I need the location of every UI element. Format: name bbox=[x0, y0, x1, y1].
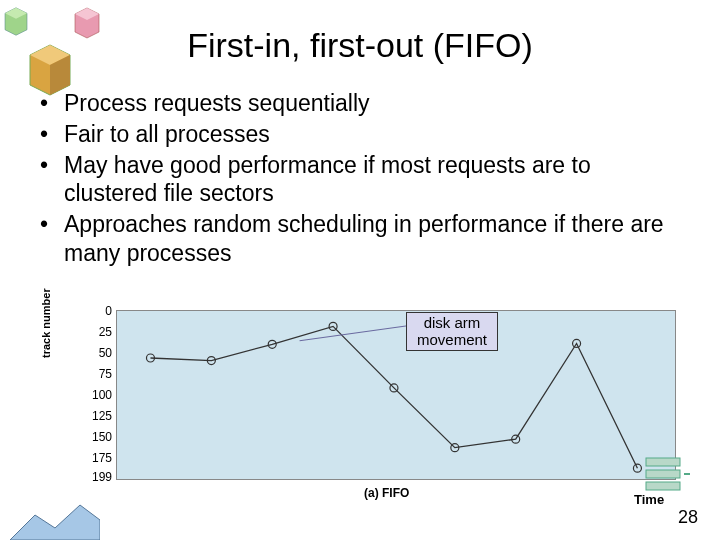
y-tick: 150 bbox=[82, 430, 112, 444]
y-tick: 199 bbox=[82, 470, 112, 484]
y-tick: 75 bbox=[82, 367, 112, 381]
bullet-list: Process requests sequentially Fair to al… bbox=[40, 89, 690, 268]
slide-number: 28 bbox=[678, 507, 698, 528]
decorative-graphic-bottom bbox=[10, 500, 100, 540]
y-tick: 125 bbox=[82, 409, 112, 423]
decorative-graphic-right bbox=[640, 450, 690, 500]
y-tick: 175 bbox=[82, 451, 112, 465]
decorative-cubes-top bbox=[0, 0, 120, 100]
svg-rect-16 bbox=[646, 458, 680, 466]
bullet-item: May have good performance if most reques… bbox=[40, 151, 690, 209]
svg-rect-18 bbox=[646, 482, 680, 490]
y-tick: 100 bbox=[82, 388, 112, 402]
y-tick: 25 bbox=[82, 325, 112, 339]
callout-text-1: disk arm bbox=[424, 314, 481, 331]
bullet-item: Fair to all processes bbox=[40, 120, 690, 149]
svg-rect-17 bbox=[646, 470, 680, 478]
bullet-item: Approaches random scheduling in performa… bbox=[40, 210, 690, 268]
chart-svg bbox=[117, 311, 677, 481]
y-tick: 50 bbox=[82, 346, 112, 360]
callout-box: disk arm movement bbox=[406, 312, 498, 351]
chart-plot-area bbox=[116, 310, 676, 480]
y-tick: 0 bbox=[82, 304, 112, 318]
chart-caption: (a) FIFO bbox=[364, 486, 409, 500]
fifo-chart: track number 0 25 50 75 100 125 150 175 … bbox=[54, 310, 690, 515]
callout-text-2: movement bbox=[417, 331, 487, 348]
y-axis-label: track number bbox=[40, 288, 52, 358]
bullet-item: Process requests sequentially bbox=[40, 89, 690, 118]
